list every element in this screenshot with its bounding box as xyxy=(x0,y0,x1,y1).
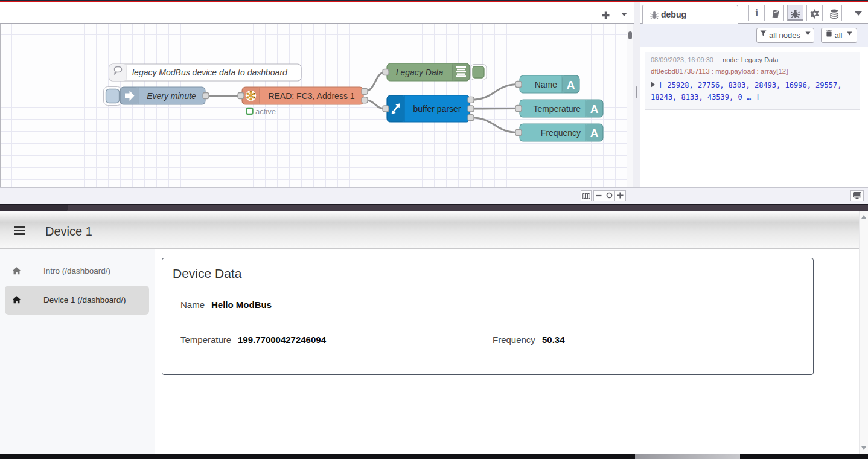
nav-item-intro[interactable]: Intro (/dashboard/) xyxy=(5,257,149,286)
scroll-down-icon[interactable] xyxy=(861,446,866,450)
info-icon: i xyxy=(749,5,764,21)
sidebar-tabrow: debug i xyxy=(640,2,868,24)
nav-item-label: Intro (/dashboard/) xyxy=(43,266,110,275)
navigator-button[interactable] xyxy=(581,190,592,201)
card-title: Device Data xyxy=(173,266,241,281)
flow-list-dropdown-button[interactable] xyxy=(617,7,633,21)
device-data-card: Device Data Name Hello ModBus Temperatur… xyxy=(162,258,814,375)
debug-message[interactable]: 08/09/2023, 16:09:30 node: Legacy Data d… xyxy=(645,52,860,110)
zoom-reset-button[interactable] xyxy=(604,190,615,201)
field-name-value: Hello ModBus xyxy=(211,300,272,309)
nav-item-device-1[interactable]: Device 1 (/dashboard/) xyxy=(5,286,149,315)
sidebar-tab-info-button[interactable]: i xyxy=(748,5,765,21)
bug-icon xyxy=(649,10,659,20)
node-inject[interactable]: Every minute xyxy=(104,87,209,106)
hamburger-icon xyxy=(14,226,25,228)
scroll-up-icon[interactable] xyxy=(861,215,866,219)
debug-message-meta: 08/09/2023, 16:09:30 node: Legacy Data xyxy=(651,56,857,63)
filter-icon xyxy=(760,30,767,37)
modbus-output-port-1[interactable] xyxy=(362,88,368,94)
chevron-down-icon xyxy=(621,13,627,16)
zoom-out-button[interactable] xyxy=(593,190,604,201)
flow-canvas[interactable]: legacy ModBus device data to dashboard E… xyxy=(0,24,627,187)
field-temperature-value: 199.77000427246094 xyxy=(238,335,326,344)
node-modbus-read[interactable]: READ: FC3, Address 1 active xyxy=(238,87,368,116)
wire-buffer-name[interactable] xyxy=(471,85,519,100)
node-buffer-parser[interactable]: buffer parser xyxy=(383,95,474,122)
field-frequency-value: 50.34 xyxy=(542,335,565,344)
sidebar-tab-config-button[interactable] xyxy=(806,5,823,21)
gear-icon xyxy=(809,8,820,19)
debug-label: Legacy Data xyxy=(396,68,444,77)
canvas-scrollbar-thumb[interactable] xyxy=(628,31,632,39)
field-temperature-label: Temperature xyxy=(180,335,231,344)
modbus-status: active xyxy=(247,107,276,116)
ui-temperature-input-port[interactable] xyxy=(515,106,522,112)
console-monitor-icon xyxy=(853,192,861,199)
wire-buffer-frequency[interactable] xyxy=(471,118,519,133)
expand-triangle-icon[interactable] xyxy=(651,82,655,88)
bug-icon xyxy=(790,8,800,19)
inject-output-port[interactable] xyxy=(203,93,209,99)
home-icon xyxy=(11,266,22,276)
inject-label: Every minute xyxy=(147,91,196,101)
database-icon xyxy=(829,9,839,19)
debug-filter-button[interactable]: all nodes xyxy=(756,28,814,43)
payload-line-2: 18243, 8133, 43539, 0 … ] xyxy=(651,93,760,101)
debug-input-port[interactable] xyxy=(383,69,389,75)
sidebar-tab-debug-button[interactable] xyxy=(787,5,803,21)
canvas-vertical-scrollbar[interactable] xyxy=(627,24,633,187)
node-ui-text-name[interactable]: A Name xyxy=(515,75,579,93)
buffer-output-port-2[interactable] xyxy=(468,106,474,112)
node-debug[interactable]: Legacy Data xyxy=(383,63,487,81)
trash-icon xyxy=(826,30,832,37)
plus-icon xyxy=(601,11,610,20)
chevron-down-icon xyxy=(855,11,862,16)
ui-text-a-icon: A xyxy=(590,103,599,115)
ui-text-name-label: Name xyxy=(535,80,558,89)
browser-window-strip xyxy=(0,204,868,211)
buffer-output-port-3[interactable] xyxy=(468,115,474,121)
debug-message-payload[interactable]: [ 25928, 27756, 8303, 28493, 16996, 2955… xyxy=(651,80,857,103)
payload-line-1: [ 25928, 27756, 8303, 28493, 16996, 2955… xyxy=(659,81,841,89)
menu-button[interactable] xyxy=(14,226,25,235)
modbus-output-port-2[interactable] xyxy=(362,97,368,103)
dashboard-header: Device 1 xyxy=(0,211,868,249)
minus-icon xyxy=(596,193,602,199)
node-ui-text-frequency[interactable]: A Frequency xyxy=(515,124,603,141)
buffer-input-port[interactable] xyxy=(383,106,389,112)
dashboard-scrollbar[interactable] xyxy=(859,211,868,454)
ui-text-a-icon: A xyxy=(567,79,575,91)
ui-name-input-port[interactable] xyxy=(515,82,522,88)
tab-debug-label: debug xyxy=(661,10,686,19)
screen: legacy ModBus device data to dashboard E… xyxy=(0,0,868,459)
node-ui-text-temperature[interactable]: A Temperature xyxy=(515,100,603,117)
modbus-input-port[interactable] xyxy=(238,93,244,99)
debug-toggle-button[interactable] xyxy=(473,66,484,78)
debug-source-node: node: Legacy Data xyxy=(723,56,778,63)
debug-clear-button[interactable]: all xyxy=(821,28,857,43)
sidebar-resize-divider[interactable] xyxy=(633,2,640,204)
tab-debug[interactable]: debug xyxy=(642,5,738,24)
sidebar-tab-help-button[interactable] xyxy=(768,5,784,21)
home-icon xyxy=(11,295,22,305)
wire-modbus-debug[interactable] xyxy=(365,72,386,92)
node-comment[interactable]: legacy ModBus device data to dashboard xyxy=(109,64,301,81)
chevron-down-icon xyxy=(805,31,811,36)
open-console-button[interactable] xyxy=(850,190,864,201)
debug-sidebar: debug i xyxy=(640,2,868,204)
inject-button[interactable] xyxy=(106,89,120,103)
field-frequency-label: Frequency xyxy=(493,335,535,344)
sidebar-tab-context-button[interactable] xyxy=(826,5,842,21)
buffer-output-port-1[interactable] xyxy=(468,97,474,103)
sidebar-menu-button[interactable] xyxy=(855,11,862,16)
map-icon xyxy=(582,193,590,199)
ui-frequency-input-port[interactable] xyxy=(515,130,522,136)
wire-buffer-temperature[interactable] xyxy=(471,109,519,109)
zoom-in-button[interactable] xyxy=(615,190,626,201)
plus-icon xyxy=(617,192,624,199)
ui-text-a-icon: A xyxy=(590,127,599,140)
book-icon xyxy=(771,9,781,19)
modbus-label: READ: FC3, Address 1 xyxy=(268,91,354,101)
add-flow-button[interactable] xyxy=(598,7,613,21)
